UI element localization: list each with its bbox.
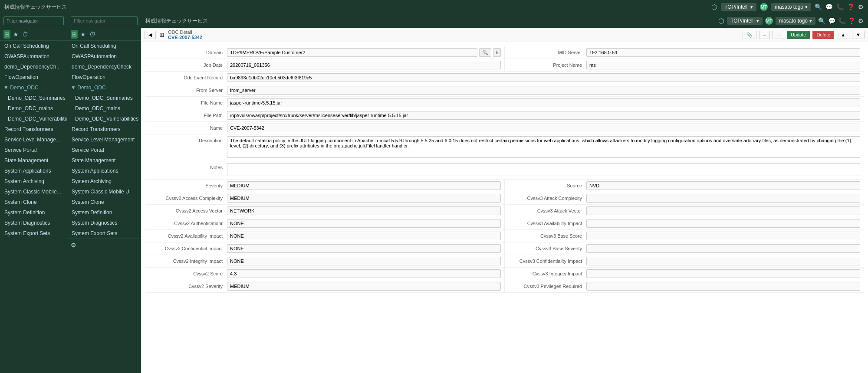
detail-chat-icon[interactable]: 💬 bbox=[828, 17, 835, 24]
sidebar-item-sys-diag[interactable]: System Diagnostics bbox=[0, 218, 67, 228]
detail-down-btn[interactable]: ▼ bbox=[852, 31, 865, 39]
second-sidebar-item-demo-dep[interactable]: demo_DependencyCheck bbox=[67, 62, 141, 72]
second-sidebar-item-state-mgmt[interactable]: State Management bbox=[67, 155, 141, 166]
sidebar-item-sys-clone[interactable]: System Clone bbox=[0, 197, 67, 207]
domain-search-btn[interactable]: 🔍 bbox=[479, 48, 491, 57]
instance-selector[interactable]: TOP/Intelli ▾ bbox=[721, 3, 756, 11]
second-sidebar-history-btn[interactable]: ⏱ bbox=[89, 30, 96, 39]
search-icon[interactable]: 🔍 bbox=[815, 3, 822, 10]
second-sidebar-item-owasp[interactable]: OWASPAutomation bbox=[67, 51, 141, 62]
project-name-input[interactable] bbox=[586, 61, 860, 69]
sidebar-item-demo-odc[interactable]: ▼ Demo_ODC bbox=[0, 82, 67, 93]
second-sidebar-item-record-transformers[interactable]: Record Transformers bbox=[67, 124, 141, 134]
second-sidebar-filter-input[interactable] bbox=[71, 16, 138, 25]
second-sidebar-item-sys-clone[interactable]: System Clone bbox=[67, 197, 141, 207]
cvssv2-auth-input[interactable] bbox=[227, 219, 501, 228]
cvssv2-score-input[interactable] bbox=[227, 269, 501, 278]
second-sidebar-item-demo-odc[interactable]: ▼ Demo_ODC bbox=[67, 82, 141, 93]
cvssv3-base-severity-input[interactable] bbox=[586, 244, 860, 253]
second-sidebar-item-sys-archiving[interactable]: System Archiving bbox=[67, 176, 141, 186]
sidebar-item-flow[interactable]: FlowOperation bbox=[0, 72, 67, 82]
cvssv2-avail-input[interactable] bbox=[227, 232, 501, 240]
user-selector[interactable]: masato togo ▾ bbox=[771, 3, 811, 11]
sidebar-item-record-transformers[interactable]: Record Transformers bbox=[0, 124, 67, 134]
settings-icon[interactable]: ⚙ bbox=[858, 3, 864, 10]
detail-phone-icon[interactable]: 📞 bbox=[838, 17, 845, 24]
cvssv3-integrity-input[interactable] bbox=[586, 269, 860, 278]
cvssv2-vector-input[interactable] bbox=[227, 206, 501, 215]
source-input[interactable] bbox=[586, 181, 860, 190]
detail-help-icon[interactable]: ❓ bbox=[848, 17, 855, 24]
cvssv2-integrity-input[interactable] bbox=[227, 257, 501, 265]
detail-back-btn[interactable]: ◀ bbox=[145, 31, 156, 39]
second-sidebar-item-slm[interactable]: Service Level Management bbox=[67, 134, 141, 145]
chat-icon[interactable]: 💬 bbox=[825, 3, 833, 10]
phone-icon[interactable]: 📞 bbox=[836, 3, 844, 10]
second-sidebar-subitem-vuln[interactable]: Demo_ODC_Vulnerabilities bbox=[67, 114, 141, 124]
cvssv3-attack-complexity-input[interactable] bbox=[586, 194, 860, 203]
file-name-input[interactable] bbox=[227, 98, 860, 107]
sidebar-star-btn[interactable]: ★ bbox=[12, 30, 20, 39]
sidebar-history-btn[interactable]: ⏱ bbox=[21, 30, 29, 39]
detail-update-btn[interactable]: Update bbox=[787, 31, 810, 39]
domain-info-btn[interactable]: ℹ bbox=[493, 48, 501, 57]
sidebar-home-btn[interactable]: ⊞ bbox=[3, 30, 10, 39]
severity-input[interactable] bbox=[227, 181, 501, 190]
cvssv3-priv-req-input[interactable] bbox=[586, 282, 860, 291]
detail-more-btn[interactable]: ··· bbox=[773, 31, 784, 39]
second-sidebar-item-sys-def[interactable]: System Definition bbox=[67, 207, 141, 218]
cvssv3-conf-impact-input[interactable] bbox=[586, 257, 860, 265]
sidebar-filter-input[interactable] bbox=[3, 16, 64, 25]
sidebar-item-service-portal[interactable]: Service Portal bbox=[0, 145, 67, 155]
sidebar-item-sys-mobile[interactable]: System Classic Mobile UI bbox=[0, 186, 67, 197]
cvssv3-attack-vector-input[interactable] bbox=[586, 206, 860, 215]
cvssv3-base-score-input[interactable] bbox=[586, 232, 860, 240]
detail-search-icon[interactable]: 🔍 bbox=[818, 17, 825, 24]
cvssv2-severity-input[interactable] bbox=[227, 282, 501, 291]
sidebar-subitem-summaries[interactable]: Demo_ODC_Summaries bbox=[0, 93, 67, 103]
detail-attach-btn[interactable]: 📎 bbox=[743, 31, 756, 39]
second-sidebar-item-sys-apps[interactable]: System Applications bbox=[67, 166, 141, 176]
second-sidebar-star-btn[interactable]: ★ bbox=[79, 30, 87, 39]
detail-up-btn[interactable]: ▲ bbox=[837, 31, 849, 39]
detail-delete-btn[interactable]: Delete bbox=[812, 31, 834, 39]
sidebar-item-sys-export[interactable]: System Export Sets bbox=[0, 228, 67, 239]
name-input[interactable] bbox=[227, 124, 860, 132]
sidebar-item-slm[interactable]: Service Level Management bbox=[0, 134, 67, 145]
second-sidebar-subitem-summaries[interactable]: Demo_ODC_Summaries bbox=[67, 93, 141, 103]
bottom-gear-icon[interactable]: ⚙ bbox=[71, 242, 76, 249]
second-sidebar-item-sys-diag[interactable]: System Diagnostics bbox=[67, 218, 141, 228]
description-textarea[interactable]: The default catalina policy in the JULI … bbox=[227, 136, 860, 158]
detail-settings-icon[interactable]: ⚙ bbox=[858, 17, 864, 24]
second-sidebar-item-sys-export[interactable]: System Export Sets bbox=[67, 228, 141, 239]
sidebar-item-demo-dep[interactable]: demo_DependencyCheck bbox=[0, 62, 67, 72]
odc-event-input[interactable] bbox=[227, 73, 860, 82]
sidebar-item-owasp[interactable]: OWASPAutomation bbox=[0, 51, 67, 62]
cvssv2-conf-input[interactable] bbox=[227, 244, 501, 253]
second-sidebar-item-service-portal[interactable]: Service Portal bbox=[67, 145, 141, 155]
sidebar-item-oncall[interactable]: On Call Scheduling bbox=[0, 41, 67, 51]
sidebar-item-sys-apps[interactable]: System Applications bbox=[0, 166, 67, 176]
second-sidebar-subitem-mains[interactable]: Demo_ODC_mains bbox=[67, 103, 141, 114]
second-sidebar-item-oncall[interactable]: On Call Scheduling bbox=[67, 41, 141, 51]
sidebar-subitem-vuln[interactable]: Demo_ODC_Vulnerabilities bbox=[0, 114, 67, 124]
detail-instance-selector[interactable]: TOP/Intelli ▾ bbox=[727, 17, 763, 25]
help-icon[interactable]: ❓ bbox=[847, 3, 855, 10]
sidebar-item-sys-archiving[interactable]: System Archiving bbox=[0, 176, 67, 186]
second-sidebar-home-btn[interactable]: ⊞ bbox=[71, 30, 78, 39]
second-sidebar-item-sys-mobile[interactable]: System Classic Mobile UI bbox=[67, 186, 141, 197]
detail-list-btn[interactable]: ≡ bbox=[759, 31, 769, 39]
job-date-input[interactable] bbox=[227, 61, 501, 69]
notes-textarea[interactable] bbox=[227, 163, 860, 176]
mid-server-input[interactable] bbox=[586, 48, 860, 57]
domain-input[interactable] bbox=[227, 48, 477, 57]
detail-user-selector[interactable]: masato togo ▾ bbox=[776, 17, 815, 25]
cvssv3-avail-input[interactable] bbox=[586, 219, 860, 228]
cvssv2-complexity-input[interactable] bbox=[227, 194, 501, 203]
from-server-input[interactable] bbox=[227, 86, 860, 95]
sidebar-subitem-mains[interactable]: Demo_ODC_mains bbox=[0, 103, 67, 114]
sidebar-item-state-mgmt[interactable]: State Management bbox=[0, 155, 67, 166]
sidebar-item-sys-def[interactable]: System Definition bbox=[0, 207, 67, 218]
file-path-input[interactable] bbox=[227, 111, 860, 120]
second-sidebar-item-flow[interactable]: FlowOperation bbox=[67, 72, 141, 82]
